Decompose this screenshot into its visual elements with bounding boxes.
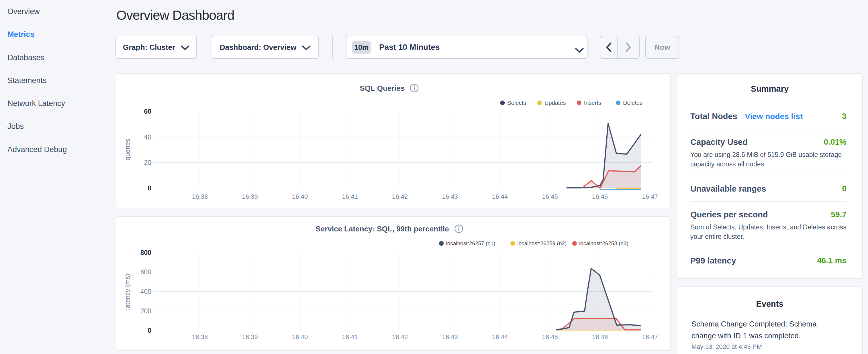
svg-text:800: 800 bbox=[141, 249, 151, 256]
svg-text:Updates: Updates bbox=[545, 100, 566, 106]
svg-text:localhost:26258 (n3): localhost:26258 (n3) bbox=[579, 240, 628, 246]
svg-text:latency (ms): latency (ms) bbox=[124, 274, 131, 310]
svg-text:60: 60 bbox=[144, 108, 151, 115]
svg-text:16:45: 16:45 bbox=[542, 333, 558, 341]
svg-text:Deletes: Deletes bbox=[623, 100, 643, 106]
svg-text:16:47: 16:47 bbox=[642, 333, 658, 341]
svg-text:16:45: 16:45 bbox=[542, 193, 558, 200]
svg-text:16:44: 16:44 bbox=[492, 193, 508, 200]
svg-text:16:47: 16:47 bbox=[642, 193, 658, 200]
svg-text:Selects: Selects bbox=[507, 100, 526, 106]
svg-text:600: 600 bbox=[141, 268, 151, 276]
svg-text:16:43: 16:43 bbox=[442, 193, 458, 200]
svg-text:16:44: 16:44 bbox=[492, 333, 508, 341]
svg-text:20: 20 bbox=[144, 159, 151, 166]
svg-text:16:41: 16:41 bbox=[342, 193, 358, 200]
svg-text:16:46: 16:46 bbox=[592, 193, 608, 200]
svg-text:16:43: 16:43 bbox=[442, 333, 458, 341]
svg-text:16:38: 16:38 bbox=[192, 193, 208, 200]
svg-text:0: 0 bbox=[148, 185, 151, 192]
svg-text:16:40: 16:40 bbox=[292, 193, 308, 200]
svg-text:200: 200 bbox=[141, 307, 151, 315]
svg-text:localhost:26259 (n2): localhost:26259 (n2) bbox=[517, 240, 566, 246]
svg-text:localhost:26257 (n1): localhost:26257 (n1) bbox=[446, 240, 495, 246]
svg-text:SQL Queries: SQL Queries bbox=[360, 84, 405, 93]
svg-text:queries: queries bbox=[124, 139, 131, 160]
svg-text:Inserts: Inserts bbox=[584, 100, 601, 106]
svg-text:16:38: 16:38 bbox=[192, 333, 208, 341]
svg-text:40: 40 bbox=[144, 133, 151, 141]
svg-text:16:42: 16:42 bbox=[392, 193, 408, 200]
svg-text:16:39: 16:39 bbox=[242, 193, 258, 200]
svg-text:0: 0 bbox=[148, 327, 151, 334]
svg-text:16:46: 16:46 bbox=[592, 333, 608, 341]
svg-text:Service Latency: SQL, 99th per: Service Latency: SQL, 99th percentile bbox=[315, 225, 449, 233]
svg-text:16:42: 16:42 bbox=[392, 333, 408, 341]
svg-text:16:41: 16:41 bbox=[342, 333, 358, 341]
svg-text:16:40: 16:40 bbox=[292, 333, 308, 341]
svg-text:400: 400 bbox=[141, 288, 151, 295]
svg-text:16:39: 16:39 bbox=[242, 333, 258, 341]
